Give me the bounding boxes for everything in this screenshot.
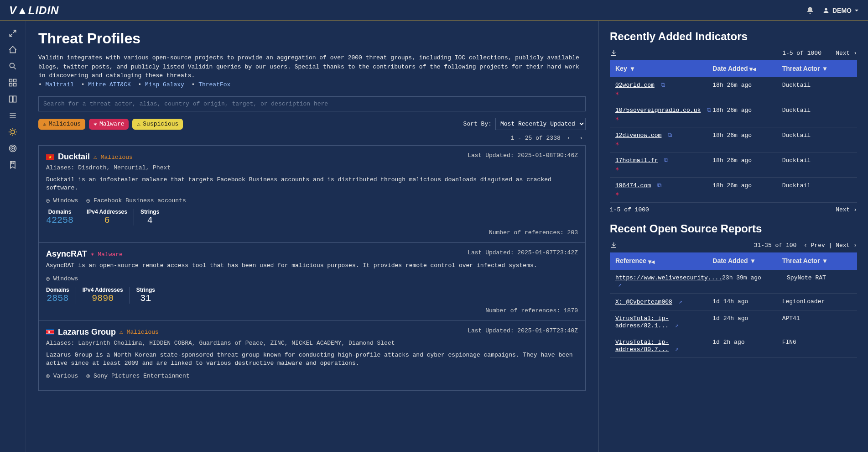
external-link-icon[interactable]: ↗ — [679, 299, 682, 305]
target-item: ◎ Windows — [46, 275, 78, 282]
list-icon[interactable] — [8, 110, 18, 121]
indicator-link[interactable]: 17hotmail.fr — [615, 157, 658, 164]
indicator-date: 18h 26m ago — [712, 182, 782, 189]
report-row: VirusTotal: ip-address/82.1... ↗ 1d 24h … — [610, 310, 857, 334]
indicator-row: 1075sovereignradio.co.uk ⧉ ✶ 18h 26m ago… — [610, 102, 857, 127]
svg-point-11 — [12, 148, 13, 149]
link-maltrail[interactable]: Maltrail — [46, 81, 74, 88]
report-actor: APT41 — [782, 315, 852, 322]
sort-icon[interactable]: ▾◂ — [648, 258, 655, 265]
user-menu[interactable]: DEMO — [822, 7, 859, 14]
reports-prev[interactable]: ‹ Prev — [804, 242, 825, 249]
indicator-link[interactable]: 1075sovereignradio.co.uk — [615, 107, 701, 114]
indicators-range-bottom: 1-5 of 1000 — [610, 206, 649, 213]
indicator-date: 18h 26m ago — [712, 132, 782, 139]
threat-tag: ✶ Malware — [91, 251, 123, 258]
copy-icon[interactable]: ⧉ — [664, 157, 668, 164]
threat-card[interactable]: AsyncRAT ✶ Malware Last Updated: 2025-01… — [38, 243, 586, 321]
threat-aliases: Aliases: Labyrinth Chollima, HIDDEN COBR… — [46, 340, 578, 347]
bug-icon[interactable] — [8, 127, 18, 137]
indicator-actor: Ducktail — [782, 157, 852, 164]
indicators-next-bottom[interactable]: Next › — [836, 206, 857, 213]
malware-icon: ✶ — [615, 89, 712, 97]
pager: 1 - 25 of 2338 ‹ › — [38, 135, 586, 142]
link-misp[interactable]: Misp Galaxy — [145, 81, 184, 88]
filter-icon[interactable]: ▾ — [631, 65, 634, 72]
indicator-link[interactable]: 02world.com — [615, 82, 655, 89]
logo[interactable]: V▲LIDIN — [9, 4, 59, 17]
stat: Strings31 — [130, 287, 161, 304]
copy-icon[interactable]: ⧉ — [668, 132, 672, 139]
home-icon[interactable] — [8, 45, 18, 55]
pager-next[interactable]: › — [577, 135, 586, 142]
chip-malicious[interactable]: ⚠ Malicious — [38, 119, 85, 130]
chip-suspicious[interactable]: ⚠ Suspicious — [132, 119, 183, 130]
indicator-actor: Ducktail — [782, 132, 852, 139]
indicator-actor: Ducktail — [782, 82, 852, 89]
indicator-row: 02world.com ⧉ ✶ 18h 26m ago Ducktail — [610, 77, 857, 102]
threat-name: Lazarus Group — [58, 327, 116, 337]
pager-prev[interactable]: ‹ — [564, 135, 573, 142]
external-link-icon[interactable]: ↗ — [618, 282, 622, 289]
threat-targets: ◎ Windows — [46, 275, 578, 282]
svg-rect-2 — [9, 79, 12, 82]
link-mitre[interactable]: Mitre ATT&CK — [88, 81, 131, 88]
indicator-date: 18h 26m ago — [712, 82, 782, 89]
report-link[interactable]: VirusTotal: ip-address/80.7... — [615, 339, 669, 353]
sort-select[interactable]: Most Recently Updated — [495, 118, 586, 130]
search-icon[interactable] — [8, 61, 18, 71]
report-link[interactable]: VirusTotal: ip-address/82.1... — [615, 315, 669, 329]
target-item: ◎ Sony Pictures Entertainment — [86, 372, 189, 379]
report-link[interactable]: X: @Cyberteam008 — [615, 299, 672, 305]
indicator-actor: Ducktail — [782, 182, 852, 189]
indicator-link[interactable]: 196474.com — [615, 182, 651, 189]
indicators-next[interactable]: Next › — [836, 50, 857, 57]
stat: Strings4 — [134, 209, 166, 226]
filter-icon[interactable]: ▾ — [823, 65, 826, 72]
copy-icon[interactable]: ⧉ — [707, 107, 711, 114]
copy-icon[interactable]: ⧉ — [661, 82, 665, 89]
compare-icon[interactable] — [8, 94, 18, 104]
svg-rect-4 — [9, 84, 12, 86]
grid-icon[interactable] — [8, 78, 18, 88]
external-link-icon[interactable]: ↗ — [675, 322, 679, 329]
side-nav — [0, 21, 26, 452]
report-actor: FIN6 — [782, 339, 852, 346]
target-item: ◎ Facebook Business accounts — [86, 197, 186, 204]
reports-next[interactable]: Next › — [836, 242, 857, 249]
sort-desc-icon[interactable]: ▾◂ — [749, 65, 756, 73]
report-date: 23h 39m ago — [722, 274, 787, 281]
copy-icon[interactable]: ⧉ — [657, 182, 661, 189]
threat-card[interactable]: Ducktail ⚠ Malicious Last Updated: 2025-… — [38, 145, 586, 243]
filter-icon[interactable]: ▾ — [823, 257, 826, 264]
user-name: DEMO — [832, 7, 852, 14]
download-reports-icon[interactable] — [610, 242, 617, 249]
indicator-actor: Ducktail — [782, 107, 852, 114]
chip-malware[interactable]: ✶ Malware — [89, 119, 129, 130]
target-icon[interactable] — [8, 143, 18, 153]
indicator-row: 12divenow.com ⧉ ✶ 18h 26m ago Ducktail — [610, 127, 857, 152]
target-item: ◎ Windows — [46, 197, 78, 204]
threat-card[interactable]: Lazarus Group ⚠ Malicious Last Updated: … — [38, 321, 586, 391]
sort-label: Sort By: — [463, 121, 492, 127]
notifications-icon[interactable] — [805, 5, 815, 16]
link-threatfox[interactable]: ThreatFox — [198, 81, 230, 88]
report-actor: LegionLoader — [782, 298, 852, 305]
report-link[interactable]: https://www.welivesecurity.... — [615, 274, 722, 281]
download-indicators-icon[interactable] — [610, 49, 617, 57]
indicator-row: 17hotmail.fr ⧉ ✶ 18h 26m ago Ducktail — [610, 152, 857, 178]
indicator-link[interactable]: 12divenow.com — [615, 132, 661, 139]
external-link-icon[interactable]: ↗ — [675, 346, 679, 353]
expand-icon[interactable] — [8, 28, 18, 38]
indicator-date: 18h 26m ago — [712, 107, 782, 114]
svg-rect-5 — [13, 84, 16, 86]
malware-icon: ✶ — [615, 115, 712, 122]
report-actor: SpyNote RAT — [787, 274, 852, 281]
malware-icon: ✶ — [615, 140, 712, 147]
filter-icon[interactable]: ▾ — [751, 257, 754, 264]
report-date: 1d 24h ago — [712, 315, 782, 322]
search-input[interactable] — [38, 96, 586, 111]
bookmark-icon[interactable] — [8, 160, 18, 170]
report-date: 1d 14h ago — [712, 298, 782, 305]
svg-rect-7 — [13, 96, 16, 102]
